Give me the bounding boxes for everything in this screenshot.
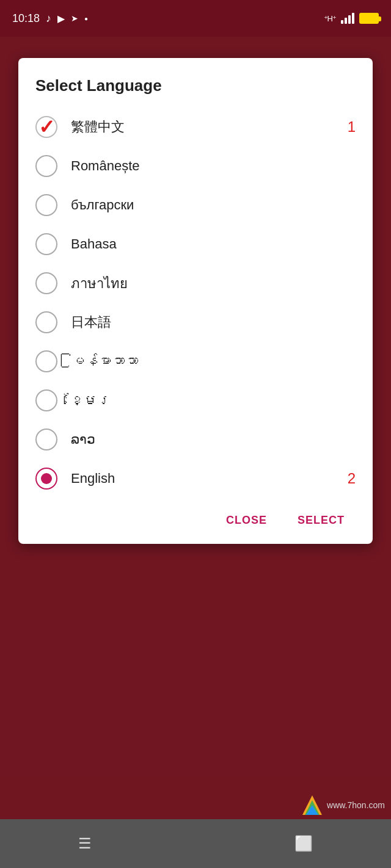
radio-button: [35, 429, 57, 450]
signal-text: ⁺H⁺: [324, 14, 336, 23]
radio-button: [35, 155, 57, 177]
list-item[interactable]: 日本語: [35, 303, 356, 342]
home-icon[interactable]: ⬜: [294, 835, 313, 852]
dot-icon: ●: [84, 15, 88, 22]
list-item[interactable]: ✓ 繁體中文 1: [35, 107, 356, 146]
language-label: Românește: [71, 158, 356, 174]
status-bar: 10:18 ♪ ▶ ➤ ● ⁺H⁺: [0, 0, 391, 37]
menu-icon[interactable]: ☰: [78, 835, 92, 852]
language-select-dialog: Select Language ✓ 繁體中文 1 Românește бълга…: [18, 58, 373, 544]
signal-bars: [341, 13, 354, 24]
radio-button: [35, 311, 57, 333]
list-item[interactable]: български: [35, 186, 356, 225]
language-label: български: [71, 197, 356, 213]
tiktok-icon: ♪: [46, 12, 51, 25]
list-item[interactable]: Bahasa: [35, 225, 356, 264]
radio-button: [35, 194, 57, 216]
radio-button: [35, 233, 57, 255]
list-item[interactable]: ภาษาไทย: [35, 264, 356, 303]
send-icon: ➤: [71, 13, 78, 23]
status-left: 10:18 ♪ ▶ ➤ ●: [12, 12, 88, 25]
close-button[interactable]: CLOSE: [219, 509, 274, 532]
battery-icon: [359, 13, 379, 24]
language-label: ខ្មែរ: [71, 392, 356, 408]
checkmark-icon: ✓: [38, 117, 55, 137]
radio-button: [35, 272, 57, 294]
list-item[interactable]: Românește: [35, 146, 356, 186]
radio-inner: [41, 473, 52, 484]
youtube-icon: ▶: [57, 13, 65, 24]
language-label: မြန်မာဘာသာ: [71, 353, 356, 369]
list-item[interactable]: English 2: [35, 459, 356, 498]
list-item[interactable]: ລາວ: [35, 420, 356, 459]
language-list: ✓ 繁體中文 1 Românește български Bahasa ภาษา…: [35, 107, 356, 498]
watermark-logo: [301, 794, 323, 816]
list-item[interactable]: ខ្មែរ: [35, 381, 356, 420]
time-display: 10:18: [12, 12, 40, 25]
language-number: 2: [348, 470, 356, 487]
language-label: Bahasa: [71, 236, 356, 252]
language-label: ภาษาไทย: [71, 273, 356, 294]
check-container: ✓: [35, 116, 57, 138]
radio-button: [35, 350, 57, 372]
language-label: ລາວ: [71, 432, 356, 447]
radio-button-selected: [35, 468, 57, 490]
dialog-buttons: CLOSE SELECT: [35, 509, 356, 532]
select-button[interactable]: SELECT: [287, 509, 356, 532]
watermark-text: www.7hon.com: [327, 800, 385, 810]
status-right: ⁺H⁺: [324, 13, 379, 24]
language-number: 1: [348, 118, 356, 136]
language-label: 日本語: [71, 313, 356, 331]
language-label: English: [71, 471, 342, 486]
watermark: www.7hon.com: [301, 794, 385, 816]
bottom-navigation-bar: ☰ ⬜: [0, 819, 391, 868]
radio-button: [35, 389, 57, 411]
dialog-title: Select Language: [35, 76, 356, 95]
list-item[interactable]: မြန်မာဘာသာ: [35, 342, 356, 381]
language-label: 繁體中文: [71, 118, 342, 136]
